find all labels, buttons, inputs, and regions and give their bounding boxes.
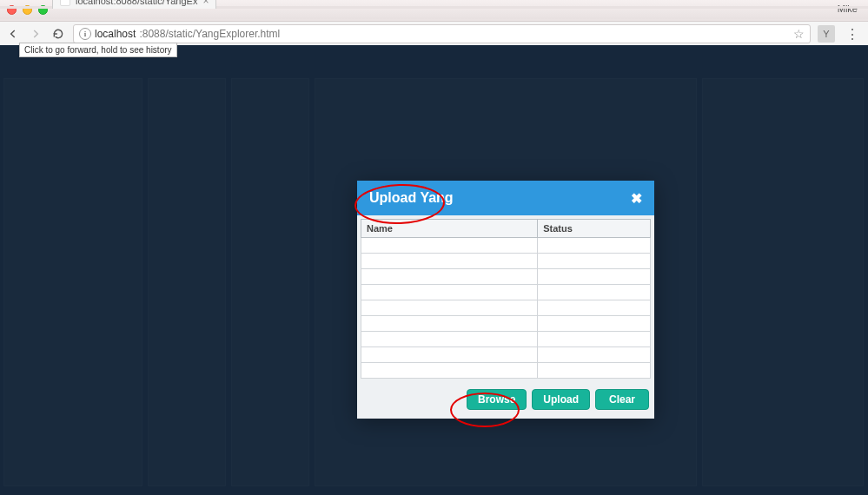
modal-footer: Browse Upload Clear (357, 382, 654, 419)
page-content: Upload Yang ✖ Name Status (0, 45, 868, 495)
tab-favicon (60, 0, 70, 6)
table-row (361, 285, 651, 300)
modal-close-icon[interactable]: ✖ (631, 190, 642, 207)
tab-title: localhost:8088/static/YangEx (76, 0, 197, 6)
upload-yang-modal: Upload Yang ✖ Name Status (357, 181, 654, 419)
browser-tabstrip: localhost:8088/static/YangEx × (0, 6, 868, 9)
nav-reload-button[interactable] (50, 26, 66, 42)
tab-close-icon[interactable]: × (202, 0, 209, 7)
address-path: :8088/static/YangExplorer.html (139, 28, 280, 40)
table-row (361, 332, 651, 347)
table-row (361, 254, 651, 269)
table-row (361, 269, 651, 285)
column-header-status[interactable]: Status (538, 220, 651, 238)
browse-button[interactable]: Browse (467, 389, 527, 410)
address-bar[interactable]: i localhost:8088/static/YangExplorer.htm… (73, 24, 811, 43)
table-row (361, 316, 651, 332)
address-host: localhost (95, 28, 136, 40)
extension-button[interactable]: Y (818, 25, 835, 43)
clear-button[interactable]: Clear (595, 389, 649, 410)
profile-user-label: Mike (838, 3, 858, 14)
modal-body: Name Status (357, 215, 654, 382)
site-info-icon[interactable]: i (79, 28, 91, 40)
modal-title: Upload Yang (369, 190, 454, 206)
nav-forward-button[interactable] (28, 26, 43, 42)
table-row (361, 300, 651, 316)
browser-tab[interactable]: localhost:8088/static/YangEx × (52, 0, 216, 9)
upload-table: Name Status (361, 219, 651, 379)
upload-button[interactable]: Upload (532, 389, 590, 410)
bookmark-star-icon[interactable]: ☆ (793, 27, 805, 41)
table-row (361, 238, 651, 254)
nav-forward-tooltip: Click to go forward, hold to see history (19, 43, 177, 57)
modal-header: Upload Yang ✖ (357, 181, 654, 215)
chrome-menu-button[interactable]: ⋮ (842, 26, 863, 43)
table-row (361, 363, 651, 379)
table-row (361, 347, 651, 363)
nav-back-button[interactable] (5, 26, 21, 42)
column-header-name[interactable]: Name (361, 220, 538, 238)
